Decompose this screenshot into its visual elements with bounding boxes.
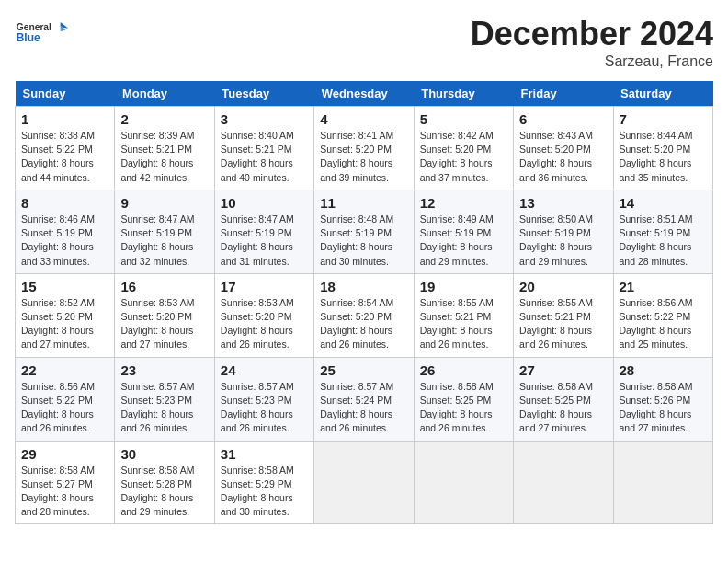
day-number: 4 (320, 111, 407, 127)
calendar-cell (414, 441, 513, 524)
day-detail: Sunrise: 8:57 AMSunset: 5:24 PMDaylight:… (320, 381, 393, 434)
day-number: 22 (21, 362, 108, 378)
calendar-cell: 27Sunrise: 8:58 AMSunset: 5:25 PMDayligh… (514, 357, 613, 441)
calendar-cell: 14Sunrise: 8:51 AMSunset: 5:19 PMDayligh… (613, 190, 712, 273)
calendar-cell: 30Sunrise: 8:58 AMSunset: 5:28 PMDayligh… (115, 441, 214, 524)
calendar-cell: 11Sunrise: 8:48 AMSunset: 5:19 PMDayligh… (314, 190, 414, 273)
calendar-week-row: 22Sunrise: 8:56 AMSunset: 5:22 PMDayligh… (16, 357, 713, 441)
day-detail: Sunrise: 8:58 AMSunset: 5:27 PMDaylight:… (21, 465, 95, 518)
day-number: 2 (120, 111, 208, 127)
weekday-row: SundayMondayTuesdayWednesdayThursdayFrid… (16, 81, 713, 107)
calendar-cell: 5Sunrise: 8:42 AMSunset: 5:20 PMDaylight… (414, 107, 513, 190)
calendar-cell (514, 441, 613, 524)
day-number: 1 (21, 111, 108, 127)
calendar-cell: 6Sunrise: 8:43 AMSunset: 5:20 PMDaylight… (514, 107, 613, 190)
weekday-header: Friday (514, 81, 613, 107)
day-detail: Sunrise: 8:47 AMSunset: 5:19 PMDaylight:… (120, 213, 194, 267)
day-number: 12 (420, 195, 507, 211)
day-number: 5 (420, 111, 507, 127)
day-detail: Sunrise: 8:47 AMSunset: 5:19 PMDaylight:… (221, 213, 294, 267)
day-number: 18 (320, 279, 407, 294)
day-number: 16 (120, 279, 208, 294)
day-number: 21 (620, 279, 707, 294)
day-detail: Sunrise: 8:40 AMSunset: 5:21 PMDaylight:… (221, 130, 294, 183)
calendar-cell: 29Sunrise: 8:58 AMSunset: 5:27 PMDayligh… (16, 441, 115, 524)
day-detail: Sunrise: 8:50 AMSunset: 5:19 PMDaylight:… (519, 213, 593, 267)
day-detail: Sunrise: 8:55 AMSunset: 5:21 PMDaylight:… (420, 297, 494, 350)
calendar-cell (613, 441, 712, 524)
day-number: 20 (519, 279, 607, 294)
day-number: 29 (21, 446, 108, 462)
svg-text:Blue: Blue (17, 31, 40, 44)
day-detail: Sunrise: 8:53 AMSunset: 5:20 PMDaylight:… (120, 297, 194, 350)
day-detail: Sunrise: 8:43 AMSunset: 5:20 PMDaylight:… (519, 130, 593, 183)
day-detail: Sunrise: 8:57 AMSunset: 5:23 PMDaylight:… (120, 381, 194, 434)
day-detail: Sunrise: 8:58 AMSunset: 5:29 PMDaylight:… (221, 465, 294, 518)
weekday-header: Monday (115, 81, 214, 107)
calendar-cell: 10Sunrise: 8:47 AMSunset: 5:19 PMDayligh… (214, 190, 313, 273)
title-block: December 2024 Sarzeau, France (471, 15, 713, 70)
calendar-week-row: 1Sunrise: 8:38 AMSunset: 5:22 PMDaylight… (16, 107, 713, 190)
day-number: 31 (221, 446, 308, 462)
day-detail: Sunrise: 8:56 AMSunset: 5:22 PMDaylight:… (620, 297, 693, 350)
location: Sarzeau, France (471, 53, 713, 70)
day-number: 8 (21, 195, 108, 211)
calendar-cell: 22Sunrise: 8:56 AMSunset: 5:22 PMDayligh… (16, 357, 115, 441)
calendar-cell: 31Sunrise: 8:58 AMSunset: 5:29 PMDayligh… (214, 441, 313, 524)
day-number: 28 (620, 362, 707, 378)
weekday-header: Sunday (16, 81, 115, 107)
calendar-cell: 17Sunrise: 8:53 AMSunset: 5:20 PMDayligh… (214, 273, 313, 357)
day-detail: Sunrise: 8:53 AMSunset: 5:20 PMDaylight:… (221, 297, 294, 350)
day-number: 7 (620, 111, 707, 127)
day-detail: Sunrise: 8:51 AMSunset: 5:19 PMDaylight:… (620, 213, 693, 267)
day-detail: Sunrise: 8:56 AMSunset: 5:22 PMDaylight:… (21, 381, 95, 434)
calendar-cell: 12Sunrise: 8:49 AMSunset: 5:19 PMDayligh… (414, 190, 513, 273)
calendar-cell: 28Sunrise: 8:58 AMSunset: 5:26 PMDayligh… (613, 357, 712, 441)
day-detail: Sunrise: 8:52 AMSunset: 5:20 PMDaylight:… (21, 297, 95, 350)
day-detail: Sunrise: 8:46 AMSunset: 5:19 PMDaylight:… (21, 213, 95, 267)
calendar-body: 1Sunrise: 8:38 AMSunset: 5:22 PMDaylight… (16, 107, 713, 524)
logo-svg: General Blue (15, 15, 70, 52)
calendar-cell: 20Sunrise: 8:55 AMSunset: 5:21 PMDayligh… (514, 273, 613, 357)
day-number: 3 (221, 111, 308, 127)
day-number: 13 (519, 195, 607, 211)
calendar-cell: 4Sunrise: 8:41 AMSunset: 5:20 PMDaylight… (314, 107, 414, 190)
day-number: 10 (221, 195, 308, 211)
day-detail: Sunrise: 8:57 AMSunset: 5:23 PMDaylight:… (221, 381, 294, 434)
day-detail: Sunrise: 8:38 AMSunset: 5:22 PMDaylight:… (21, 130, 95, 183)
page-header: General Blue December 2024 Sarzeau, Fran… (15, 15, 713, 70)
day-detail: Sunrise: 8:49 AMSunset: 5:19 PMDaylight:… (420, 213, 494, 267)
calendar-cell: 19Sunrise: 8:55 AMSunset: 5:21 PMDayligh… (414, 273, 513, 357)
day-number: 6 (519, 111, 607, 127)
calendar-cell: 2Sunrise: 8:39 AMSunset: 5:21 PMDaylight… (115, 107, 214, 190)
day-detail: Sunrise: 8:58 AMSunset: 5:26 PMDaylight:… (620, 381, 693, 434)
calendar-cell: 9Sunrise: 8:47 AMSunset: 5:19 PMDaylight… (115, 190, 214, 273)
day-detail: Sunrise: 8:58 AMSunset: 5:28 PMDaylight:… (120, 465, 194, 518)
day-number: 17 (221, 279, 308, 294)
weekday-header: Saturday (613, 81, 712, 107)
calendar-cell: 8Sunrise: 8:46 AMSunset: 5:19 PMDaylight… (16, 190, 115, 273)
weekday-header: Thursday (414, 81, 513, 107)
weekday-header: Wednesday (314, 81, 414, 107)
day-detail: Sunrise: 8:58 AMSunset: 5:25 PMDaylight:… (420, 381, 494, 434)
day-number: 9 (120, 195, 208, 211)
calendar-cell: 15Sunrise: 8:52 AMSunset: 5:20 PMDayligh… (16, 273, 115, 357)
calendar-cell: 21Sunrise: 8:56 AMSunset: 5:22 PMDayligh… (613, 273, 712, 357)
day-number: 23 (120, 362, 208, 378)
day-number: 19 (420, 279, 507, 294)
day-number: 14 (620, 195, 707, 211)
logo: General Blue (15, 15, 70, 52)
calendar-cell (314, 441, 414, 524)
day-number: 15 (21, 279, 108, 294)
day-number: 30 (120, 446, 208, 462)
calendar-cell: 26Sunrise: 8:58 AMSunset: 5:25 PMDayligh… (414, 357, 513, 441)
day-detail: Sunrise: 8:42 AMSunset: 5:20 PMDaylight:… (420, 130, 494, 183)
calendar-week-row: 29Sunrise: 8:58 AMSunset: 5:27 PMDayligh… (16, 441, 713, 524)
calendar-week-row: 15Sunrise: 8:52 AMSunset: 5:20 PMDayligh… (16, 273, 713, 357)
day-number: 27 (519, 362, 607, 378)
calendar-cell: 13Sunrise: 8:50 AMSunset: 5:19 PMDayligh… (514, 190, 613, 273)
calendar-cell: 24Sunrise: 8:57 AMSunset: 5:23 PMDayligh… (214, 357, 313, 441)
calendar-cell: 7Sunrise: 8:44 AMSunset: 5:20 PMDaylight… (613, 107, 712, 190)
day-number: 11 (320, 195, 407, 211)
month-year: December 2024 (471, 15, 713, 53)
